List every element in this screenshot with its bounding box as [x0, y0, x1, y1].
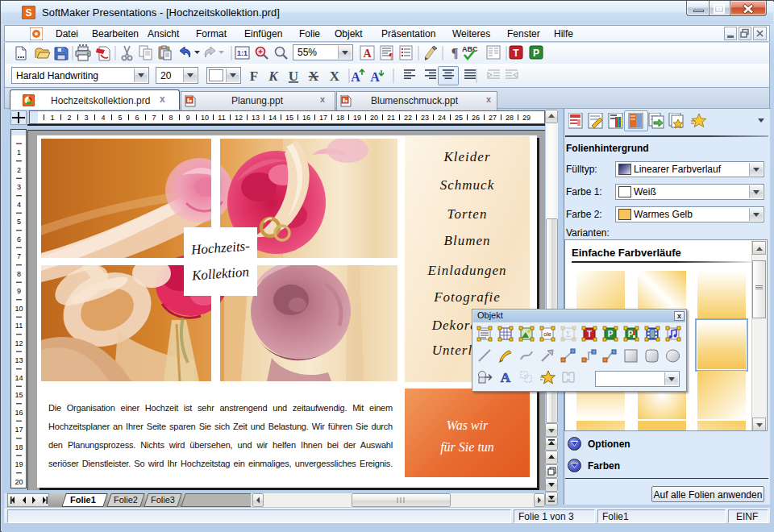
svg-text:12: 12	[15, 339, 23, 347]
svg-text:7: 7	[152, 114, 156, 122]
svg-text:¶: ¶	[452, 46, 459, 60]
svg-text:Σ: Σ	[566, 330, 571, 339]
svg-text:29: 29	[522, 114, 531, 122]
svg-text:K: K	[268, 69, 279, 84]
svg-text:P: P	[533, 48, 539, 59]
svg-text:27: 27	[489, 114, 497, 122]
svg-text:ole: ole	[543, 331, 551, 337]
svg-text:3: 3	[84, 114, 88, 122]
svg-text:21: 21	[387, 114, 395, 122]
svg-text:17: 17	[15, 426, 23, 434]
svg-text:10: 10	[15, 305, 23, 313]
svg-text:A: A	[351, 70, 360, 84]
svg-text:11: 11	[218, 114, 225, 122]
svg-text:3: 3	[17, 183, 21, 191]
svg-text:18: 18	[15, 443, 23, 451]
svg-text:ABC: ABC	[462, 45, 478, 53]
svg-text:25: 25	[455, 114, 463, 122]
svg-text:13: 13	[15, 356, 23, 364]
svg-text:X: X	[330, 69, 340, 84]
svg-text:8: 8	[169, 114, 173, 122]
svg-text:9: 9	[185, 114, 189, 122]
svg-text:10: 10	[201, 114, 209, 122]
svg-text:8: 8	[17, 270, 21, 278]
svg-text:16: 16	[15, 409, 23, 417]
svg-text:15: 15	[15, 391, 23, 399]
svg-text:11: 11	[15, 322, 23, 330]
svg-text:4: 4	[101, 114, 105, 122]
svg-text:A: A	[363, 48, 372, 60]
svg-text:X: X	[309, 69, 319, 84]
svg-text:4: 4	[17, 201, 21, 209]
svg-text:1:1: 1:1	[237, 49, 248, 57]
svg-text:U: U	[289, 69, 298, 84]
svg-text:12: 12	[235, 114, 243, 122]
svg-text:20: 20	[370, 114, 378, 122]
svg-text:S: S	[25, 7, 31, 19]
svg-text:15: 15	[285, 114, 293, 122]
svg-text:1: 1	[50, 114, 54, 122]
svg-text:20: 20	[15, 478, 23, 486]
svg-text:T: T	[587, 330, 592, 339]
svg-text:9: 9	[17, 287, 21, 295]
svg-text:17: 17	[319, 114, 327, 122]
svg-text:2: 2	[17, 166, 21, 174]
svg-text:14: 14	[15, 374, 23, 382]
svg-text:2: 2	[67, 114, 71, 122]
svg-text:¶: ¶	[389, 52, 393, 60]
svg-text:19: 19	[15, 460, 23, 468]
svg-text:13: 13	[252, 114, 260, 122]
svg-text:1: 1	[17, 148, 21, 156]
svg-text:P: P	[608, 330, 614, 339]
svg-text:22: 22	[404, 114, 412, 122]
svg-text:16: 16	[302, 114, 310, 122]
svg-text:28: 28	[506, 114, 514, 122]
svg-text:A: A	[501, 370, 511, 385]
svg-text:24: 24	[438, 114, 446, 122]
svg-text:6: 6	[135, 114, 139, 122]
svg-text:5: 5	[17, 218, 21, 226]
svg-text:A: A	[370, 70, 380, 84]
svg-text:18: 18	[336, 114, 344, 122]
svg-text:19: 19	[353, 114, 361, 122]
svg-text:7: 7	[17, 252, 21, 260]
svg-text:T: T	[513, 48, 519, 59]
svg-text:26: 26	[472, 114, 480, 122]
svg-text:23: 23	[421, 114, 429, 122]
svg-text:P: P	[628, 330, 634, 339]
svg-text:14: 14	[268, 114, 277, 122]
svg-text:F: F	[250, 69, 258, 84]
svg-text:5: 5	[118, 114, 122, 122]
svg-text:6: 6	[17, 235, 21, 243]
